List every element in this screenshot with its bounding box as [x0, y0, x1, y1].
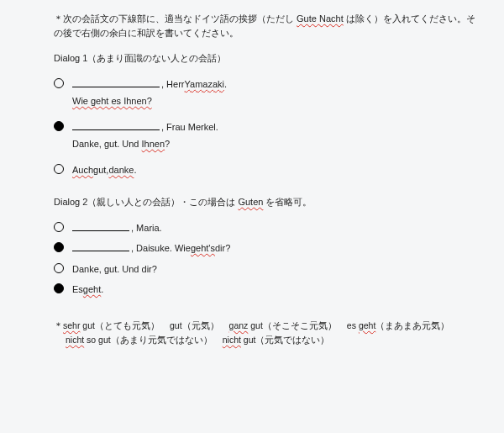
dialog2-heading: Dialog 2（親しい人との会話）・この場合は Guten を省略可。 [54, 195, 480, 209]
d1-line3: , Frau Merkel. [54, 120, 480, 135]
d1-l3-a: , Frau Merkel. [161, 120, 218, 135]
d2-l4-a: Es [72, 283, 83, 297]
foot-d1: es [347, 320, 359, 330]
foot-geht: geht [359, 320, 375, 330]
d2-line3: Danke, gut. Und dir? [54, 262, 480, 277]
worksheet-page: ＊次の会話文の下線部に、適当なドイツ語の挨拶（ただし Gute Nacht は除… [0, 0, 504, 356]
foot-ganz: ganz [229, 320, 249, 330]
d2-line2: , Daisuke. Wie geht's dir? [54, 241, 480, 256]
d2-l2-a: , Daisuke. Wie [131, 241, 191, 256]
foot-f2: gut（元気ではない） [241, 335, 330, 345]
d2-title-b: Guten [238, 197, 263, 207]
d1-l4-b: Ihnen [142, 139, 165, 149]
speaker-filled-icon [54, 283, 64, 293]
d1-line5: Auch gut, danke. [54, 163, 480, 177]
foot-star: ＊ [54, 320, 63, 330]
instruction-part-a: ＊次の会話文の下線部に、適当なドイツ語の挨拶（ただし [54, 13, 297, 24]
foot-e2: so gut（あまり元気ではない） [84, 335, 213, 345]
d2-title-c: を省略可。 [263, 197, 312, 207]
speaker-filled-icon [54, 242, 64, 252]
fill-blank[interactable] [72, 242, 129, 251]
fill-blank[interactable] [72, 121, 160, 130]
speaker-open-icon [54, 78, 64, 88]
dialog1-heading: Dialog 1（あまり面識のない人との会話） [54, 51, 480, 66]
d1-l5-a: Auch [72, 163, 93, 177]
d2-line1: , Maria. [54, 221, 480, 235]
speaker-open-icon [54, 222, 64, 232]
d1-l4-c: ? [165, 139, 170, 149]
foot-a3: gut（とても元気） [80, 320, 160, 330]
foot-nicht1: nicht [66, 335, 84, 345]
d1-l1-a: , Herr [161, 77, 185, 92]
speaker-open-icon [54, 164, 64, 174]
foot-c2: gut（そこそこ元気） [248, 320, 337, 330]
d1-l4-a: Danke, gut. Und [72, 139, 142, 149]
d1-l5-c: danke [108, 163, 134, 177]
d2-l2-c: dir? [215, 241, 230, 256]
foot-b1: gut（元気） [170, 320, 219, 330]
fill-blank[interactable] [72, 222, 129, 231]
footnote-vocab: ＊sehr gut（とても元気）gut（元気）ganz gut（そこそこ元気）e… [54, 319, 480, 349]
foot-sehr: sehr [63, 320, 80, 330]
d1-l1-c: . [224, 77, 227, 92]
d1-line4: Danke, gut. Und Ihnen? [72, 137, 480, 151]
d1-l5-b: gut, [93, 163, 108, 177]
foot-nicht2: nicht [223, 335, 241, 345]
d2-line4: Es geht. [54, 283, 480, 297]
d1-l1-b: Yamazaki [185, 77, 224, 92]
speaker-filled-icon [54, 121, 64, 131]
fill-blank[interactable] [72, 78, 160, 87]
foot-line2: nicht so gut（あまり元気ではない）nicht gut（元気ではない） [54, 333, 480, 348]
d1-line1: , Herr Yamazaki. [54, 77, 480, 92]
speaker-open-icon [54, 263, 64, 273]
foot-line1: ＊sehr gut（とても元気）gut（元気）ganz gut（そこそこ元気）e… [54, 319, 480, 334]
d2-l1: , Maria. [131, 221, 162, 235]
d1-l5-d: . [134, 163, 136, 177]
d2-l4-b: geht [83, 283, 101, 297]
d2-l3: Danke, gut. Und dir? [72, 262, 157, 277]
d2-l2-b: geht's [191, 241, 215, 256]
d2-l4-c: . [101, 283, 103, 297]
foot-d3: （まあまあ元気） [375, 320, 449, 330]
instruction-gute-nacht: Gute Nacht [297, 13, 344, 24]
instruction-text: ＊次の会話文の下線部に、適当なドイツ語の挨拶（ただし Gute Nacht は除… [54, 12, 480, 40]
d2-title-a: Dialog 2（親しい人との会話）・この場合は [54, 197, 238, 207]
d1-line2: Wie geht es Ihnen? [72, 96, 152, 106]
